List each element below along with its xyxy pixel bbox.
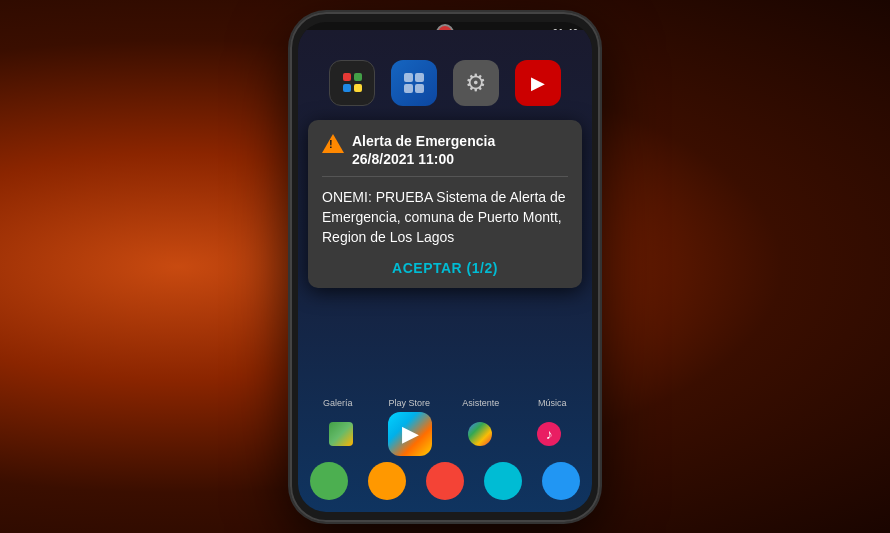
youtube-app-icon[interactable]: ▶ bbox=[515, 60, 561, 106]
status-bar: 01:46 bbox=[298, 22, 592, 30]
dock-label-asistente: Asistente bbox=[451, 398, 511, 408]
bottom-circle-red[interactable] bbox=[426, 462, 464, 500]
camera-icon-graphic bbox=[339, 69, 366, 96]
accept-button[interactable]: ACEPTAR (1/2) bbox=[322, 260, 568, 276]
youtube-play-icon: ▶ bbox=[531, 72, 545, 94]
settings-app-icon[interactable]: ⚙ bbox=[453, 60, 499, 106]
apps-grid-icon bbox=[400, 69, 428, 97]
background-scene: 01:46 bbox=[0, 0, 890, 533]
bottom-circle-green[interactable] bbox=[310, 462, 348, 500]
bottom-circle-blue[interactable] bbox=[542, 462, 580, 500]
dock-icons-row: ▶ ♪ bbox=[302, 412, 588, 456]
bottom-circle-teal[interactable] bbox=[484, 462, 522, 500]
bottom-circle-orange[interactable] bbox=[368, 462, 406, 500]
dock-label-musica: Música bbox=[522, 398, 582, 408]
settings-gear-icon: ⚙ bbox=[465, 69, 487, 97]
camera-app-icon[interactable] bbox=[329, 60, 375, 106]
app-icons-row: ⚙ ▶ bbox=[298, 30, 592, 116]
phone-screen: 01:46 bbox=[298, 22, 592, 512]
musica-icon-graphic: ♪ bbox=[537, 422, 561, 446]
playstore-play-icon: ▶ bbox=[402, 421, 419, 447]
home-screen: ⚙ ▶ Alerta de Emergencia 26/8/2021 11:00 bbox=[298, 30, 592, 512]
alert-title: Alerta de Emergencia 26/8/2021 11:00 bbox=[352, 132, 495, 168]
bottom-dock: Galería Play Store Asistente Música ▶ bbox=[298, 392, 592, 512]
bottom-circles-row bbox=[302, 456, 588, 504]
musica-app-icon[interactable]: ♪ bbox=[527, 412, 571, 456]
dock-labels-row: Galería Play Store Asistente Música bbox=[302, 398, 588, 408]
apps-icon[interactable] bbox=[391, 60, 437, 106]
dock-label-galeria: Galería bbox=[308, 398, 368, 408]
asistente-app-icon[interactable] bbox=[458, 412, 502, 456]
galeria-icon-graphic bbox=[329, 422, 353, 446]
alert-body-text: ONEMI: PRUEBA Sistema de Alerta de Emerg… bbox=[322, 187, 568, 248]
warning-triangle-icon bbox=[322, 134, 344, 153]
dock-label-playstore: Play Store bbox=[379, 398, 439, 408]
phone-device: 01:46 bbox=[290, 12, 600, 522]
alert-header: Alerta de Emergencia 26/8/2021 11:00 bbox=[322, 132, 568, 168]
galeria-app-icon[interactable] bbox=[319, 412, 363, 456]
asistente-icon-graphic bbox=[468, 422, 492, 446]
alert-divider bbox=[322, 176, 568, 177]
playstore-app-icon[interactable]: ▶ bbox=[388, 412, 432, 456]
emergency-alert-dialog[interactable]: Alerta de Emergencia 26/8/2021 11:00 ONE… bbox=[308, 120, 582, 288]
